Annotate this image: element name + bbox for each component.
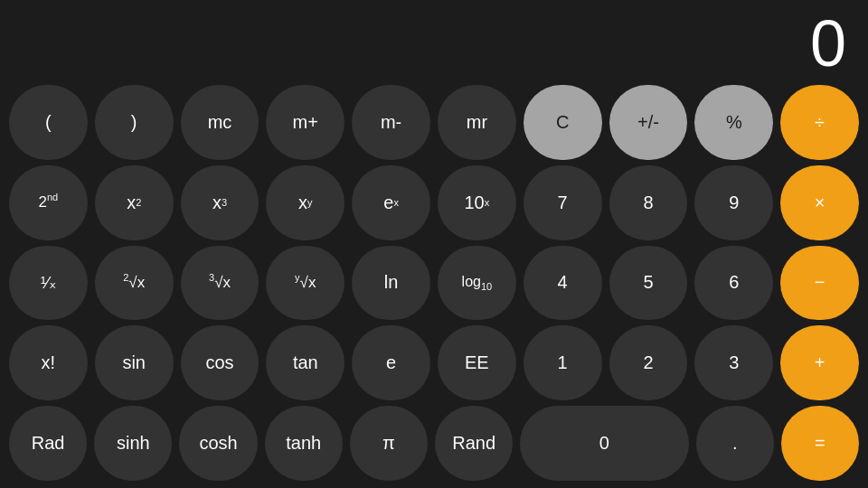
btn-m-plus[interactable]: m+	[266, 85, 344, 160]
btn-1-over-x[interactable]: ¹∕ₓ	[9, 246, 88, 321]
btn-7[interactable]: 7	[524, 165, 602, 240]
btn-sqrt2[interactable]: 2√x	[95, 246, 174, 321]
btn-tanh[interactable]: tanh	[265, 406, 343, 481]
btn-0[interactable]: 0	[520, 406, 688, 481]
btn-1[interactable]: 1	[524, 325, 602, 400]
btn-m-minus[interactable]: m-	[352, 85, 430, 160]
btn-cosh[interactable]: cosh	[179, 406, 257, 481]
btn-6[interactable]: 6	[694, 246, 773, 321]
display-value: 0	[810, 11, 846, 76]
btn-equals[interactable]: =	[781, 406, 859, 481]
keypad: ()mcm+m-mrC+/-%÷2ndx2x3xyex10x789×¹∕ₓ2√x…	[0, 81, 868, 488]
btn-e[interactable]: e	[352, 325, 430, 400]
btn-log10[interactable]: log10	[438, 246, 516, 321]
btn-plus-minus[interactable]: +/-	[609, 85, 688, 160]
btn-x-y[interactable]: xy	[266, 165, 344, 240]
btn-sqrt3[interactable]: 3√x	[181, 246, 259, 321]
btn-4[interactable]: 4	[524, 246, 602, 321]
btn-x-squared[interactable]: x2	[95, 165, 174, 240]
btn-10-x[interactable]: 10x	[438, 165, 516, 240]
btn-decimal[interactable]: .	[696, 406, 774, 481]
btn-cos[interactable]: cos	[181, 325, 259, 400]
btn-sinh[interactable]: sinh	[94, 406, 172, 481]
btn-sin[interactable]: sin	[95, 325, 174, 400]
display: 0	[0, 0, 868, 81]
btn-divide[interactable]: ÷	[780, 85, 859, 160]
btn-tan[interactable]: tan	[266, 325, 344, 400]
btn-EE[interactable]: EE	[438, 325, 516, 400]
btn-2[interactable]: 2	[609, 325, 688, 400]
btn-minus[interactable]: −	[780, 246, 859, 321]
row-row2: 2ndx2x3xyex10x789×	[9, 165, 859, 240]
btn-5[interactable]: 5	[609, 246, 688, 321]
btn-x-factorial[interactable]: x!	[9, 325, 88, 400]
row-row3: ¹∕ₓ2√x3√xy√xlnlog10456−	[9, 246, 859, 321]
btn-mc[interactable]: mc	[181, 85, 259, 160]
btn-ln[interactable]: ln	[352, 246, 430, 321]
btn-3[interactable]: 3	[694, 325, 773, 400]
btn-rad[interactable]: Rad	[9, 406, 87, 481]
row-row5: RadsinhcoshtanhπRand0.=	[9, 406, 859, 481]
btn-percent[interactable]: %	[694, 85, 773, 160]
btn-open-paren[interactable]: (	[9, 85, 88, 160]
row-row1: ()mcm+m-mrC+/-%÷	[9, 85, 859, 160]
btn-plus[interactable]: +	[780, 325, 859, 400]
btn-sqrty[interactable]: y√x	[266, 246, 344, 321]
btn-9[interactable]: 9	[694, 165, 773, 240]
btn-8[interactable]: 8	[609, 165, 688, 240]
btn-multiply[interactable]: ×	[780, 165, 859, 240]
btn-close-paren[interactable]: )	[95, 85, 174, 160]
btn-2nd[interactable]: 2nd	[9, 165, 88, 240]
btn-mr[interactable]: mr	[438, 85, 516, 160]
btn-clear[interactable]: C	[524, 85, 602, 160]
btn-pi[interactable]: π	[350, 406, 428, 481]
btn-x-cubed[interactable]: x3	[181, 165, 259, 240]
btn-e-x[interactable]: ex	[352, 165, 430, 240]
btn-rand[interactable]: Rand	[435, 406, 513, 481]
row-row4: x!sincostaneEE123+	[9, 325, 859, 400]
